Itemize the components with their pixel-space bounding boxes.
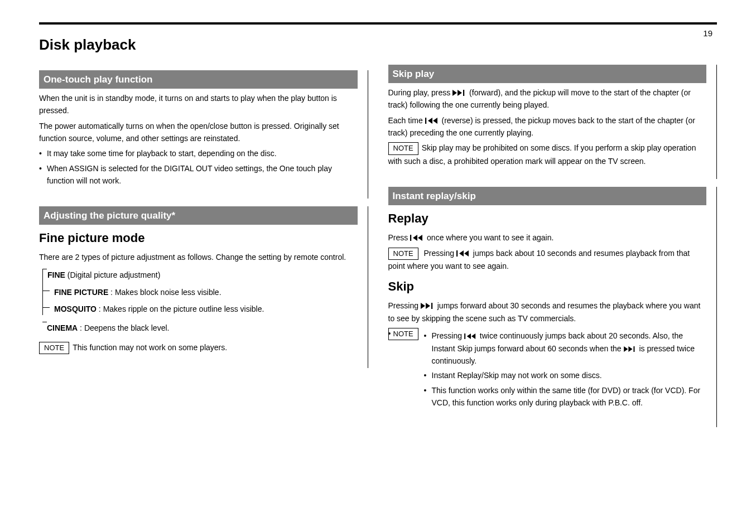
bullet: It may take some time for playback to st…	[39, 147, 358, 159]
subhead-fine-picture-mode: Fine picture mode	[39, 228, 358, 248]
next-track-icon	[452, 90, 467, 96]
bullet: Instant Replay/Skip may not work on some…	[424, 369, 704, 381]
bullet: This function works only within the same…	[424, 384, 704, 409]
paragraph: Pressing jumps forward about 30 seconds …	[388, 299, 707, 325]
prev-track-icon	[410, 235, 425, 241]
section-one-touch: One-touch play function When the unit is…	[39, 70, 368, 199]
section-instant-replay: Instant replay/skip Replay Press once wh…	[388, 187, 718, 427]
svg-marker-8	[418, 235, 422, 241]
settings-tree: FINE (Digital picture adjustment) FINE P…	[42, 269, 358, 335]
top-rule	[39, 22, 717, 25]
paragraph: During play, press (forward), and the pi…	[388, 86, 707, 112]
paragraph: When the unit is in standby mode, it tur…	[39, 92, 358, 117]
paragraph: The power automatically turns on when th…	[39, 120, 358, 145]
paragraph: Press once where you want to see it agai…	[388, 231, 707, 244]
svg-marker-4	[428, 118, 432, 124]
node-desc: Deepens the black level.	[84, 323, 170, 332]
section-head-one-touch: One-touch play function	[39, 70, 358, 89]
svg-marker-5	[433, 118, 437, 124]
svg-rect-9	[456, 250, 458, 257]
section-skip-play: Skip play During play, press (forward), …	[388, 65, 718, 179]
next-track-icon	[421, 303, 435, 309]
svg-rect-20	[633, 346, 634, 352]
bullet: When ASSIGN is selected for the DIGITAL …	[39, 162, 358, 187]
node-desc: Makes block noise less visible.	[115, 288, 221, 297]
note-row: NOTEThis function may not work on some p…	[39, 341, 358, 354]
note-label: NOTE	[388, 328, 418, 340]
node-cinema: CINEMA	[47, 323, 78, 332]
svg-marker-17	[471, 333, 475, 339]
note-row: NOTE Pressing jumps back about 10 second…	[388, 247, 707, 273]
svg-marker-13	[426, 303, 430, 309]
paragraph: There are 2 types of picture adjustment …	[39, 251, 358, 263]
svg-marker-1	[458, 90, 462, 96]
note-row: NOTESkip play may be prohibited on some …	[388, 142, 707, 167]
subhead-replay: Replay	[388, 209, 707, 228]
page-title: Disk playback	[39, 33, 717, 57]
svg-marker-10	[459, 250, 464, 257]
node-fine: FINE	[47, 270, 65, 279]
node-desc: Makes ripple on the picture outline less…	[103, 304, 264, 313]
svg-marker-0	[452, 90, 457, 96]
node-fine-picture: FINE PICTURE	[54, 288, 108, 297]
prev-track-icon	[464, 333, 478, 339]
note-label: NOTE	[388, 248, 418, 260]
subhead-skip: Skip	[388, 277, 707, 296]
node-mosquito: MOSQUITO	[54, 304, 97, 313]
svg-marker-18	[624, 346, 628, 352]
section-head-instant: Instant replay/skip	[388, 187, 707, 205]
svg-marker-11	[464, 250, 469, 257]
section-head-skip: Skip play	[388, 65, 707, 83]
node-desc: (Digital picture adjustment)	[68, 270, 161, 279]
svg-marker-19	[628, 346, 632, 352]
svg-marker-16	[467, 333, 471, 339]
note-label: NOTE	[39, 342, 69, 354]
paragraph: Each time (reverse) is pressed, the pick…	[388, 114, 707, 139]
svg-marker-7	[413, 235, 417, 241]
svg-rect-2	[463, 90, 464, 96]
section-picture-quality: Adjusting the picture quality* Fine pict…	[39, 206, 368, 369]
bullet: Pressing twice continuously jumps back a…	[424, 330, 704, 367]
svg-rect-15	[464, 333, 465, 339]
svg-rect-6	[410, 235, 411, 241]
prev-track-icon	[456, 250, 471, 257]
page-number: 19	[703, 27, 712, 40]
svg-rect-3	[425, 118, 426, 124]
note-label: NOTE	[388, 142, 418, 154]
prev-track-icon	[425, 118, 440, 124]
svg-marker-12	[421, 303, 425, 309]
svg-rect-14	[431, 303, 432, 309]
section-head-picture: Adjusting the picture quality*	[39, 206, 358, 225]
next-track-icon	[624, 346, 637, 352]
note-block: NOTE Pressing twice continuously jumps b…	[388, 327, 707, 411]
